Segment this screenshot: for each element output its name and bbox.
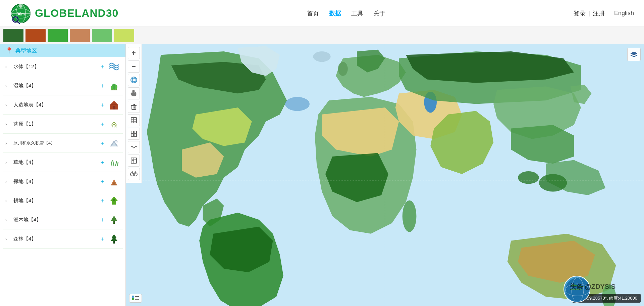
nav-about[interactable]: 关于 bbox=[373, 9, 385, 17]
nav-data[interactable]: 数据 bbox=[329, 9, 341, 17]
layer-icon-tundra bbox=[108, 118, 120, 130]
layer-label-forest: 森林【4】 bbox=[13, 236, 95, 242]
layer-label-artificial: 人造地表【4】 bbox=[13, 102, 95, 108]
svg-line-30 bbox=[117, 162, 118, 166]
layer-icon-forest bbox=[108, 233, 120, 245]
main-area: 📍 典型地区 › 水体【12】 ＋ › 湿地【4】 ＋ bbox=[0, 44, 644, 306]
layer-plus-water[interactable]: ＋ bbox=[99, 62, 105, 71]
nav-home[interactable]: 首页 bbox=[307, 9, 319, 17]
layer-label-grassland: 草地【4】 bbox=[13, 159, 95, 166]
svg-rect-81 bbox=[132, 298, 134, 300]
svg-marker-37 bbox=[111, 234, 117, 241]
svg-text:30m: 30m bbox=[17, 12, 25, 16]
book-button[interactable] bbox=[128, 155, 140, 167]
zoom-in-button[interactable]: + bbox=[128, 47, 140, 59]
layer-item-shrubland[interactable]: › 灌木地【4】 ＋ bbox=[3, 210, 123, 229]
layer-plus-bareland[interactable]: ＋ bbox=[99, 177, 105, 185]
layer-icon-cropland bbox=[108, 194, 120, 207]
layer-item-cropland[interactable]: › 耕地【4】 ＋ bbox=[3, 191, 123, 210]
layer-plus-forest[interactable]: ＋ bbox=[99, 235, 105, 243]
color-swatch-5[interactable] bbox=[114, 29, 134, 42]
language-button[interactable]: English bbox=[614, 10, 634, 17]
layer-item-artificial[interactable]: › 人造地表【4】 ＋ bbox=[3, 95, 123, 115]
layer-list: › 水体【12】 ＋ › 湿地【4】 ＋ › 人造地表【4】 ＋ bbox=[0, 57, 125, 306]
layer-plus-glacier[interactable]: ＋ bbox=[99, 139, 105, 147]
chevron-icon-tundra: › bbox=[5, 122, 11, 127]
layer-label-glacier: 冰川和永久积雪【4】 bbox=[13, 140, 95, 146]
layer-stack-button[interactable] bbox=[627, 48, 641, 61]
typical-area-bar[interactable]: 📍 典型地区 bbox=[0, 44, 125, 57]
color-swatch-4[interactable] bbox=[92, 29, 112, 42]
chevron-icon-bareland: › bbox=[5, 179, 11, 184]
layer-item-glacier[interactable]: › 冰川和永久积雪【4】 ＋ bbox=[3, 134, 123, 153]
svg-rect-54 bbox=[134, 134, 137, 136]
nav-area: 首页 数据 工具 关于 bbox=[307, 9, 385, 17]
watermark-text: 头条 @ZDYSIS bbox=[570, 282, 615, 291]
svg-rect-47 bbox=[131, 118, 137, 123]
svg-point-70 bbox=[338, 62, 348, 76]
layer-icon-wetland bbox=[108, 80, 120, 92]
logo-area: 30m GLOBELAND30 bbox=[10, 3, 118, 24]
trash-button[interactable] bbox=[128, 101, 140, 113]
svg-rect-52 bbox=[134, 131, 137, 133]
layer-plus-artificial[interactable]: ＋ bbox=[99, 101, 105, 109]
layer-label-tundra: 苔原【1】 bbox=[13, 121, 95, 127]
svg-rect-80 bbox=[132, 296, 134, 298]
layer-item-forest[interactable]: › 森林【4】 ＋ bbox=[3, 229, 123, 249]
layer-item-grassland[interactable]: › 草地【4】 ＋ bbox=[3, 153, 123, 172]
login-link[interactable]: 登录 bbox=[574, 9, 586, 17]
map-area[interactable]: 经度:-59.28570°, 纬度:41.20000 头条 @ZDYSIS bbox=[126, 44, 644, 306]
svg-rect-51 bbox=[131, 131, 133, 133]
layer-icon-shrubland bbox=[108, 214, 120, 226]
layer-plus-wetland[interactable]: ＋ bbox=[99, 82, 105, 90]
wave-button[interactable] bbox=[128, 141, 140, 153]
layer-plus-grassland[interactable]: ＋ bbox=[99, 158, 105, 166]
watermark-label: 头条 @ZDYSIS bbox=[570, 283, 615, 290]
svg-point-34 bbox=[113, 199, 115, 201]
table-button[interactable] bbox=[128, 114, 140, 126]
svg-point-73 bbox=[285, 97, 310, 111]
layer-plus-cropland[interactable]: ＋ bbox=[99, 196, 105, 205]
zoom-out-button[interactable]: − bbox=[128, 60, 140, 73]
grid-button[interactable] bbox=[128, 128, 140, 140]
svg-line-29 bbox=[111, 162, 112, 166]
layer-item-tundra[interactable]: › 苔原【1】 ＋ bbox=[3, 115, 123, 134]
layer-item-bareland[interactable]: › 裸地【4】 ＋ bbox=[3, 172, 123, 191]
layer-item-wetland[interactable]: › 湿地【4】 ＋ bbox=[3, 76, 123, 95]
color-swatch-2[interactable] bbox=[48, 29, 68, 42]
layer-plus-tundra[interactable]: ＋ bbox=[99, 120, 105, 128]
hand-tool-button[interactable] bbox=[128, 87, 140, 99]
svg-rect-15 bbox=[113, 106, 115, 110]
header: 30m GLOBELAND30 首页 数据 工具 关于 登录 | 注册 Engl… bbox=[0, 0, 644, 27]
layer-icon-bareland bbox=[108, 175, 120, 187]
chevron-icon-water: › bbox=[5, 64, 11, 69]
sidebar: 📍 典型地区 › 水体【12】 ＋ › 湿地【4】 ＋ bbox=[0, 44, 126, 306]
nav-tools[interactable]: 工具 bbox=[351, 9, 363, 17]
globe-button[interactable] bbox=[128, 74, 140, 86]
svg-line-27 bbox=[113, 160, 114, 166]
chevron-icon-wetland: › bbox=[5, 83, 11, 88]
world-map bbox=[126, 44, 644, 306]
layer-item-water[interactable]: › 水体【12】 ＋ bbox=[3, 57, 123, 76]
layer-list-button[interactable] bbox=[129, 294, 142, 303]
layer-label-water: 水体【12】 bbox=[13, 63, 95, 70]
binoculars-button[interactable] bbox=[128, 168, 140, 180]
svg-point-67 bbox=[402, 201, 417, 232]
svg-marker-76 bbox=[631, 52, 637, 55]
auth-area: 登录 | 注册 English bbox=[574, 9, 634, 17]
layer-plus-shrubland[interactable]: ＋ bbox=[99, 216, 105, 224]
layer-icon-water bbox=[108, 60, 120, 73]
chevron-icon-grassland: › bbox=[5, 160, 11, 165]
typical-area-label: 典型地区 bbox=[15, 47, 37, 54]
register-link[interactable]: 注册 bbox=[593, 9, 605, 17]
layer-icon-glacier bbox=[108, 137, 120, 149]
color-swatch-0[interactable] bbox=[3, 29, 23, 42]
layer-icon-artificial bbox=[108, 99, 120, 111]
auth-separator: | bbox=[588, 10, 590, 17]
color-swatch-1[interactable] bbox=[25, 29, 46, 42]
color-swatch-3[interactable] bbox=[70, 29, 90, 42]
layer-label-wetland: 湿地【4】 bbox=[13, 83, 95, 89]
svg-line-28 bbox=[115, 161, 117, 166]
chevron-icon-artificial: › bbox=[5, 102, 11, 107]
svg-rect-38 bbox=[113, 241, 115, 244]
